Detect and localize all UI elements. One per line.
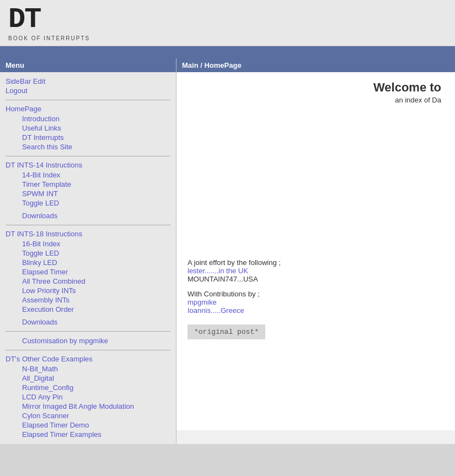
sidebar-header: Menu — [0, 58, 176, 72]
joint-effort-section: A joint effort by the following ; lester… — [188, 258, 444, 283]
contributor-ioannis[interactable]: Ioannis.....Greece — [188, 306, 444, 315]
welcome-title: Welcome to — [188, 80, 444, 95]
divider-2 — [6, 156, 170, 156]
section-ints14-link[interactable]: DT INTS-14 Instructions — [6, 161, 82, 169]
sidebar-elapsed-timer-demo[interactable]: Elapsed Timer Demo — [22, 420, 170, 430]
header: DT BOOK OF INTERRUPTS — [0, 0, 455, 46]
sidebar-16bit-index[interactable]: 16-Bit Index — [22, 239, 170, 248]
sidebar-spwm-int[interactable]: SPWM INT — [22, 189, 170, 198]
sidebar-all-digital[interactable]: All_Digital — [22, 374, 170, 383]
contributor-mountain: MOUNTAIN747...USA — [188, 275, 444, 283]
sidebar-blinky-led[interactable]: Blinky LED — [22, 258, 170, 267]
customisation-section: Customisation by mpgmike — [6, 336, 170, 345]
divider-1 — [6, 100, 170, 100]
sidebar-content: SideBar Edit Logout HomePage Introductio… — [0, 72, 176, 443]
sidebar-timer-template[interactable]: Timer Template — [22, 180, 170, 189]
main-header: Main / HomePage — [176, 58, 455, 72]
ints18-items: 16-Bit Index Toggle LED Blinky LED Elaps… — [6, 239, 170, 314]
sidebar-link-logout[interactable]: Logout — [6, 86, 170, 95]
original-post-box: *original post* — [188, 324, 265, 339]
welcome-subtitle: an index of Da — [188, 96, 444, 104]
sidebar-elapsed-timer-examples[interactable]: Elapsed Timer Examples — [22, 430, 170, 439]
sidebar-assembly-ints[interactable]: Assembly INTs — [22, 295, 170, 305]
sidebar-runtime-config[interactable]: Runtime_Config — [22, 383, 170, 392]
sidebar-search-site[interactable]: Search this Site — [22, 142, 170, 152]
contributor-mpgmike[interactable]: mpgmike — [188, 298, 444, 306]
main-panel: Main / HomePage Welcome to an index of D… — [176, 58, 455, 444]
joint-effort-text: A joint effort by the following ; — [188, 258, 281, 267]
ints18-downloads: Downloads — [6, 317, 170, 327]
divider-5 — [6, 350, 170, 350]
section-ints14: DT INTS-14 Instructions — [6, 161, 170, 169]
sidebar: Menu SideBar Edit Logout HomePage Introd… — [0, 58, 176, 444]
section-ints18-link[interactable]: DT INTS-18 Instructions — [6, 230, 82, 238]
section-homepage-link[interactable]: HomePage — [6, 105, 41, 113]
section-other-examples-link[interactable]: DT's Other Code Examples — [6, 355, 93, 363]
divider-3 — [6, 225, 170, 225]
ints14-items: 14-Bit Index Timer Template SPWM INT Tog… — [6, 170, 170, 208]
contributor-lester[interactable]: lester.......in the UK — [188, 267, 444, 275]
sidebar-low-priority[interactable]: Low Priority INTs — [22, 286, 170, 295]
sidebar-downloads-14[interactable]: Downloads — [22, 211, 170, 220]
sidebar-cylon-scanner[interactable]: Cylon Scanner — [22, 411, 170, 420]
sidebar-toggle-led-18[interactable]: Toggle LED — [22, 248, 170, 258]
top-bar — [0, 46, 455, 58]
logo: DT — [8, 6, 447, 34]
homepage-items: Introduction Useful Links DT Interrupts … — [6, 114, 170, 152]
ints14-downloads: Downloads — [6, 211, 170, 220]
section-homepage: HomePage — [6, 105, 170, 113]
main-content: Welcome to an index of Da A joint effort… — [176, 72, 455, 430]
sidebar-customisation[interactable]: Customisation by mpgmike — [22, 336, 170, 345]
sidebar-nbit-math[interactable]: N-Bit_Math — [22, 364, 170, 374]
contributions-section: With Contributions by ; mpgmike Ioannis.… — [188, 290, 444, 315]
sidebar-14bit-index[interactable]: 14-Bit Index — [22, 170, 170, 180]
divider-4 — [6, 331, 170, 332]
section-other-examples: DT's Other Code Examples — [6, 355, 170, 363]
sidebar-elapsed-timer[interactable]: Elapsed Timer — [22, 267, 170, 277]
sidebar-toggle-led-14[interactable]: Toggle LED — [22, 198, 170, 208]
sidebar-lcd-any-pin[interactable]: LCD Any Pin — [22, 392, 170, 402]
sidebar-execution-order[interactable]: Execution Order — [22, 305, 170, 314]
sidebar-link-sidebaredit[interactable]: SideBar Edit — [6, 77, 170, 86]
sidebar-introduction[interactable]: Introduction — [22, 114, 170, 123]
sidebar-all-three-combined[interactable]: All Three Combined — [22, 277, 170, 286]
sidebar-downloads-18[interactable]: Downloads — [22, 317, 170, 327]
sidebar-dt-interrupts[interactable]: DT Interrupts — [22, 133, 170, 142]
section-ints18: DT INTS-18 Instructions — [6, 230, 170, 238]
sidebar-mirror-imaged-bit[interactable]: Mirror Imaged Bit Angle Modulation — [22, 402, 170, 411]
sidebar-useful-links[interactable]: Useful Links — [22, 123, 170, 133]
logo-subtitle: BOOK OF INTERRUPTS — [8, 35, 447, 41]
other-examples-items: N-Bit_Math All_Digital Runtime_Config LC… — [6, 364, 170, 439]
contributions-text: With Contributions by ; — [188, 290, 260, 298]
welcome-subtitle-text: an index of Da — [395, 96, 441, 104]
